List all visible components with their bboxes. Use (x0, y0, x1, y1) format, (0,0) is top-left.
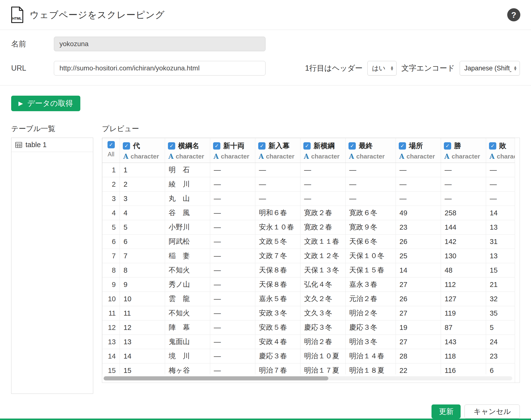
header-row-select[interactable]: はい ▲▼ (368, 61, 397, 75)
character-type-icon: A (123, 153, 128, 160)
row-number: 1 (103, 163, 120, 177)
scrape-form: 名前 URL 1行目はヘッダー はい ▲▼ 文字エンコード Japanese (… (0, 30, 531, 75)
column-checkbox[interactable]: ✓ (444, 142, 451, 150)
horizontal-scrollbar-thumb[interactable] (104, 376, 328, 380)
cell: 慶応３冬 (300, 320, 346, 335)
cell: — (210, 235, 255, 249)
row-number: 14 (103, 349, 120, 363)
cell: 嘉永５春 (255, 292, 300, 306)
table-row: 44谷 風—明和６春寛政２春寛政６冬4925814 (103, 206, 520, 220)
encoding-select[interactable]: Japanese (Shift_JIS ▲▼ (460, 61, 520, 75)
column-checkbox[interactable]: ✓ (399, 142, 406, 150)
cell: 文久２冬 (300, 292, 346, 306)
cell: 6 (120, 235, 165, 249)
horizontal-scrollbar[interactable] (104, 376, 512, 380)
column-checkbox[interactable]: ✓ (168, 142, 175, 150)
dialog-footer: 更新 キャンセル (0, 394, 531, 419)
column-label: 新横綱 (313, 141, 335, 151)
column-checkbox[interactable]: ✓ (123, 142, 130, 150)
dialog-header: HTML ウェブページをスクレーピング ? (0, 0, 531, 30)
row-number: 10 (103, 292, 120, 306)
select-all-checkbox[interactable]: ✓ (107, 141, 115, 148)
cell: 19 (396, 320, 441, 335)
name-label: 名前 (11, 39, 54, 49)
cell: — (300, 192, 346, 206)
preview-table-container: ✓ All ✓代Acharacter✓横綱名Acharacter✓新十両Acha… (102, 138, 520, 383)
cell: 寛政９冬 (346, 220, 396, 235)
preview-column: プレビュー ✓ (102, 124, 520, 394)
character-type-icon: A (168, 153, 174, 160)
cell: — (210, 249, 255, 263)
column-checkbox[interactable]: ✓ (213, 142, 220, 150)
character-type-icon: A (259, 153, 264, 160)
character-type-icon: A (214, 153, 219, 160)
cell: 11 (120, 306, 165, 320)
help-icon[interactable]: ? (507, 8, 520, 21)
column-label: 新入幕 (268, 141, 290, 151)
cell: — (210, 306, 255, 320)
cell: 弘化４冬 (300, 277, 346, 292)
cell: 8 (120, 263, 165, 277)
table-row: 1010雲 龍—嘉永５春文久２冬元治２春2612732 (103, 292, 520, 306)
cell: — (346, 177, 396, 192)
bottom-accent-bar (0, 419, 531, 420)
column-checkbox[interactable]: ✓ (489, 142, 496, 150)
character-type-icon: A (444, 153, 449, 160)
table-list-item[interactable]: table 1 (11, 138, 93, 152)
column-header: ✓新入幕Acharacter (255, 138, 300, 163)
row-number: 4 (103, 206, 120, 220)
vertical-scrollbar[interactable] (515, 138, 520, 383)
cell: 天保６冬 (346, 235, 396, 249)
cell: 明治３冬 (346, 335, 396, 349)
encoding-label: 文字エンコード (401, 63, 455, 73)
form-divider (0, 85, 531, 86)
cell: 明治２春 (300, 335, 346, 349)
table-row: 55小野川—安永１０春寛政２春寛政９冬2314413 (103, 220, 520, 235)
cell: 寛政６冬 (346, 206, 396, 220)
cell: 安永１０春 (255, 220, 300, 235)
preview-body: 11明 石———————22綾 川———————33丸 山———————44谷 … (103, 163, 520, 375)
table-row: 77稲 妻—文政７冬文政１２冬天保１０冬2513013 (103, 249, 520, 263)
cell: 49 (396, 206, 441, 220)
cell: — (396, 177, 441, 192)
url-label: URL (11, 64, 54, 73)
cell: — (210, 177, 255, 192)
cell: 文政１２冬 (300, 249, 346, 263)
header-row-label: 1行目はヘッダー (305, 63, 363, 73)
column-checkbox[interactable]: ✓ (349, 142, 356, 150)
table-list-column: テーブル一覧 table 1 (11, 124, 93, 394)
cell: 小野川 (165, 220, 210, 235)
cell: 雲 龍 (165, 292, 210, 306)
column-header: ✓横綱名Acharacter (165, 138, 210, 163)
cell: 118 (441, 349, 486, 363)
cell: 明治１７夏 (300, 363, 346, 375)
column-header: ✓場所Acharacter (396, 138, 441, 163)
column-checkbox[interactable]: ✓ (303, 142, 311, 150)
preview-table-clip: ✓ All ✓代Acharacter✓横綱名Acharacter✓新十両Acha… (102, 138, 520, 374)
cancel-button[interactable]: キャンセル (465, 405, 520, 419)
cell: 丸 山 (165, 192, 210, 206)
row-number: 3 (103, 192, 120, 206)
column-type-label: character (266, 153, 294, 160)
column-header: ✓代Acharacter (120, 138, 165, 163)
fetch-data-button[interactable]: ▶ データの取得 (11, 96, 80, 111)
cell: 10 (120, 292, 165, 306)
table-row: 22綾 川——————— (103, 177, 520, 192)
cell: 28 (396, 349, 441, 363)
cell: 258 (441, 206, 486, 220)
update-button[interactable]: 更新 (431, 405, 461, 419)
row-number: 13 (103, 335, 120, 349)
column-type-label: character (407, 153, 435, 160)
url-input[interactable] (54, 61, 266, 75)
cell: 陣 幕 (165, 320, 210, 335)
column-checkbox[interactable]: ✓ (258, 142, 266, 150)
cell: 文政１１春 (300, 235, 346, 249)
cell: 不知火 (165, 306, 210, 320)
select-all-label: All (105, 151, 117, 158)
cell: 文政５冬 (255, 235, 300, 249)
cell: 境 川 (165, 349, 210, 363)
cell: 天保８春 (255, 263, 300, 277)
cell: 明治２冬 (346, 306, 396, 320)
name-input[interactable] (54, 37, 266, 51)
cell: 明 石 (165, 163, 210, 177)
